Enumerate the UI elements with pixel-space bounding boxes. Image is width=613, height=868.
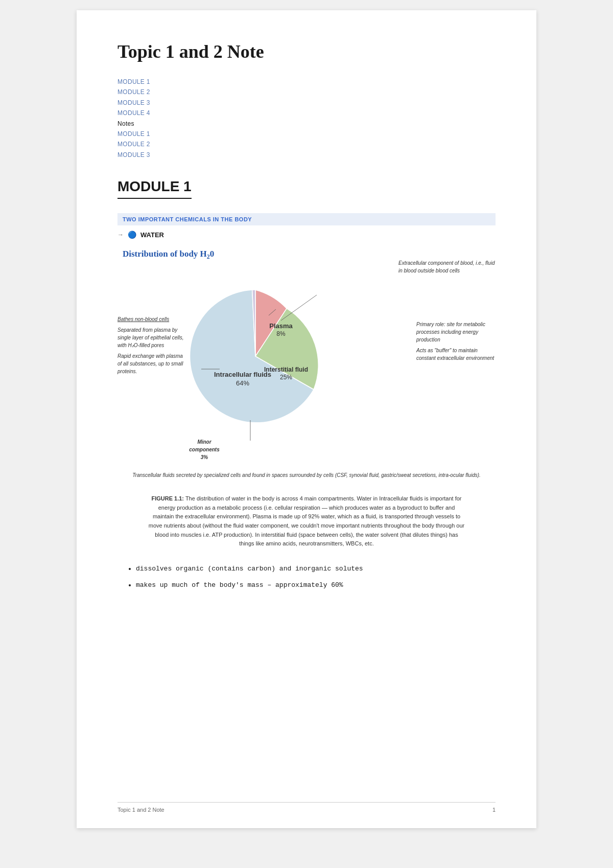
toc-module4[interactable]: MODULE 4: [117, 108, 496, 118]
plasma-label: Plasma: [269, 322, 293, 330]
annotation-bottom: Minorcomponents3%: [148, 438, 261, 461]
module1-heading: MODULE 1: [117, 178, 192, 199]
bullet-item-2: makes up much of the body's mass – appro…: [136, 580, 496, 591]
arrow-icon: →: [117, 231, 124, 238]
chart-container: Distribution of body H20 Extracellular c…: [117, 249, 496, 464]
annotation-top-right: Extracellular component of blood, i.e., …: [398, 259, 496, 275]
footer-left: Topic 1 and 2 Note: [117, 807, 164, 813]
figure-caption: FIGURE 1.1: The distribution of water in…: [148, 494, 465, 549]
interstitial-value: 25%: [280, 374, 292, 381]
chart-title: Distribution of body H20: [123, 249, 214, 261]
toc-module1[interactable]: MODULE 1: [117, 77, 496, 87]
section-subheading: TWO IMPORTANT CHEMICALS IN THE BODY: [117, 213, 496, 225]
toc-module3[interactable]: MODULE 3: [117, 98, 496, 108]
toc-module2-b[interactable]: MODULE 2: [117, 139, 496, 149]
bullet-item-1: dissolves organic (contains carbon) and …: [136, 564, 496, 575]
toc-section: MODULE 1 MODULE 2 MODULE 3 MODULE 4 Note…: [117, 77, 496, 160]
annotation-right: Primary role: site for metabolic process…: [416, 321, 496, 365]
plasma-value: 8%: [276, 330, 286, 337]
page: Topic 1 and 2 Note MODULE 1 MODULE 2 MOD…: [77, 10, 536, 828]
intracellular-value: 64%: [236, 379, 249, 387]
water-label: WATER: [140, 231, 164, 239]
bullet-list: dissolves organic (contains carbon) and …: [136, 564, 496, 591]
footer-right: 1: [492, 807, 496, 813]
toc-module2[interactable]: MODULE 2: [117, 87, 496, 97]
water-drop-icon: 🔵: [128, 231, 136, 239]
intracellular-label: Intracellular fluids: [214, 371, 271, 378]
pie-chart: Plasma 8% Interstitial fluid 25% Intrace…: [169, 269, 342, 443]
annotation-left: Bathes non-blood cells Separated from pl…: [117, 315, 184, 378]
toc-notes[interactable]: Notes: [117, 119, 496, 129]
toc-module1-b[interactable]: MODULE 1: [117, 129, 496, 139]
chart-wrapper: Distribution of body H20 Extracellular c…: [117, 249, 496, 464]
toc-module3-b[interactable]: MODULE 3: [117, 150, 496, 160]
water-row: → 🔵 WATER: [117, 231, 496, 239]
page-title: Topic 1 and 2 Note: [117, 41, 496, 62]
transcellular-annotation: Transcellular fluids secreted by special…: [117, 471, 496, 479]
page-footer: Topic 1 and 2 Note 1: [117, 802, 496, 813]
